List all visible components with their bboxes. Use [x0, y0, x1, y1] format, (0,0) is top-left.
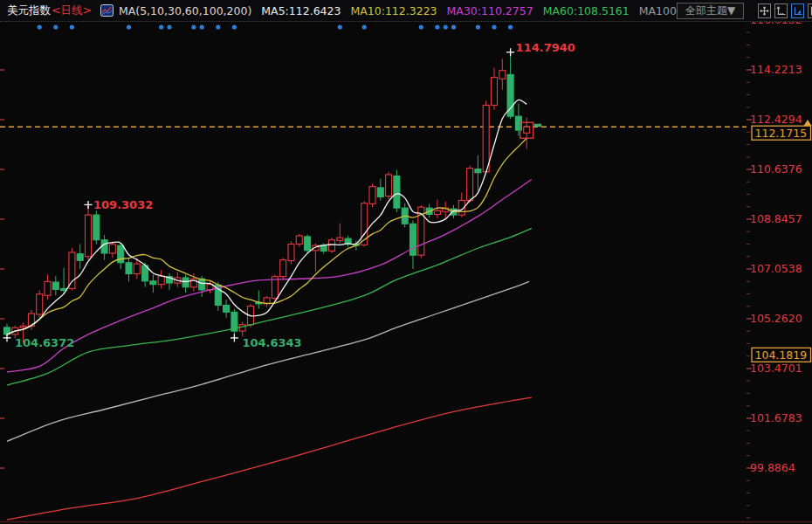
candle-body	[150, 281, 156, 285]
candle-body	[45, 281, 51, 295]
candle-body	[280, 260, 286, 277]
y-axis-label: 103.4701	[750, 362, 802, 375]
chart-header: 美元指数 <日线> MA(5,10,30,60,100,200) MA5:112…	[0, 0, 812, 22]
candle-body	[524, 127, 530, 133]
event-dot[interactable]	[476, 24, 480, 29]
candlestick-chart[interactable]: 116.0132114.2213112.4294110.6376108.8457…	[0, 0, 812, 524]
candle-body	[288, 244, 294, 260]
theme-dropdown-button[interactable]: 全部主题▼	[677, 3, 744, 19]
candle-body	[377, 188, 383, 196]
y-axis-label: 112.4294	[750, 113, 802, 126]
event-dot[interactable]	[435, 24, 439, 29]
ma-params-label: MA(5,10,30,60,100,200)	[119, 4, 251, 17]
candle-body	[69, 252, 75, 288]
candle-body	[386, 175, 392, 196]
axis-range-icon[interactable]	[774, 3, 788, 18]
ma60-legend: MA60:108.5161	[543, 4, 630, 17]
candle-body	[492, 78, 498, 106]
ma100-legend: MA100	[639, 4, 677, 17]
candle-body	[499, 71, 506, 79]
event-dot[interactable]	[508, 24, 513, 29]
event-dot[interactable]	[444, 24, 448, 29]
candle-body	[224, 305, 230, 312]
pan-icon[interactable]	[758, 3, 771, 18]
candle-body	[182, 278, 189, 287]
event-dot[interactable]	[338, 24, 342, 29]
candle-body	[515, 116, 521, 130]
badge-value: 112.1715	[755, 127, 808, 140]
event-dot[interactable]	[362, 24, 367, 29]
shift-right-icon[interactable]	[808, 3, 812, 18]
event-dot[interactable]	[216, 24, 220, 29]
candlestick-chart-icon	[100, 4, 114, 17]
candle-body	[199, 279, 205, 290]
ma30-legend: MA30:110.2757	[447, 4, 533, 17]
low-price-annotation: 104.6343	[242, 336, 301, 349]
candle-body	[305, 237, 311, 251]
period-label: <日线>	[52, 3, 92, 18]
candle-body	[483, 105, 489, 171]
y-axis-label: 108.8457	[750, 212, 802, 225]
candle-body	[467, 169, 473, 201]
event-dot[interactable]	[451, 24, 456, 29]
candle-body	[126, 263, 132, 274]
candle-body	[109, 245, 115, 253]
candle-body	[52, 282, 58, 289]
event-dot[interactable]	[191, 24, 196, 29]
y-axis-label: 107.0538	[750, 262, 802, 275]
candle-body	[296, 236, 302, 245]
candle-body	[410, 224, 416, 255]
candle-body	[37, 294, 43, 314]
low-price-annotation: 104.6372	[15, 336, 74, 349]
candle-body	[239, 325, 245, 331]
candle-body	[320, 245, 327, 251]
last-price-tick-icon	[534, 124, 542, 128]
event-dot[interactable]	[53, 24, 58, 29]
candle-body	[93, 215, 100, 240]
event-dot[interactable]	[492, 24, 496, 29]
candle-body	[329, 240, 335, 252]
candle-body	[337, 238, 343, 240]
candle-body	[86, 215, 92, 257]
event-dot[interactable]	[127, 24, 131, 29]
event-dot[interactable]	[38, 24, 42, 29]
event-dot[interactable]	[232, 24, 237, 29]
y-axis-label: 99.8864	[750, 461, 795, 474]
event-dot[interactable]	[419, 24, 423, 29]
high-price-annotation: 109.3032	[93, 198, 153, 211]
candle-body	[394, 176, 400, 209]
ma10-legend: MA10:112.3223	[350, 4, 437, 17]
candle-body	[158, 276, 164, 285]
event-dot[interactable]	[159, 24, 163, 29]
candle-body	[434, 210, 440, 214]
candle-body	[77, 254, 83, 261]
badge-value: 104.1819	[755, 348, 808, 362]
candle-body	[20, 326, 26, 328]
y-axis-label: 114.2213	[750, 63, 802, 76]
candle-body	[369, 187, 375, 204]
axis-scale-icon[interactable]	[791, 3, 804, 18]
high-price-annotation: 114.7940	[516, 41, 575, 54]
ma5-legend: MA5:112.6423	[261, 4, 341, 17]
event-dot[interactable]	[167, 24, 171, 29]
event-dot[interactable]	[70, 24, 74, 29]
chart-window: 116.0132114.2213112.4294110.6376108.8457…	[0, 0, 812, 524]
symbol-title: 美元指数	[7, 3, 51, 18]
candle-body	[101, 240, 107, 253]
event-dot[interactable]	[200, 24, 204, 29]
y-axis-label: 101.6783	[750, 411, 802, 424]
candle-body	[134, 264, 140, 273]
y-axis-label: 110.6376	[750, 162, 802, 176]
y-axis-label: 105.2620	[750, 312, 802, 325]
candle-body	[475, 169, 481, 173]
